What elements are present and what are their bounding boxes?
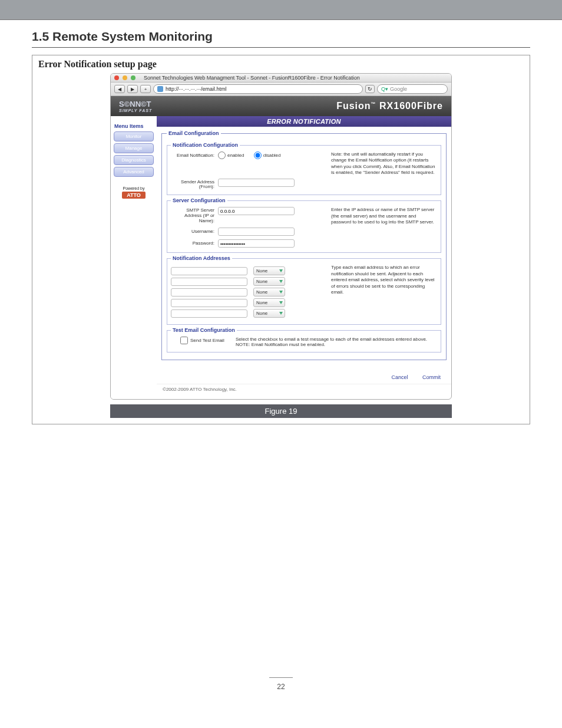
label-username: Username: <box>171 228 218 234</box>
add-tab-button[interactable]: + <box>140 85 151 93</box>
site-favicon-icon <box>157 86 163 92</box>
severity-select-5[interactable]: None <box>253 309 285 318</box>
email-config-legend: Email Configuration <box>167 130 221 136</box>
powered-by: Powered by ATTO <box>113 186 154 199</box>
send-test-email-label: Send Test Email <box>190 338 224 343</box>
atto-badge: ATTO <box>122 192 146 199</box>
figure-frame: Error Notification setup page Sonnet Tec… <box>32 55 530 424</box>
severity-select-3[interactable]: None <box>253 288 285 297</box>
notif-email-input-5[interactable] <box>171 309 247 318</box>
severity-select-1[interactable]: None <box>253 266 285 275</box>
reload-button[interactable]: ↻ <box>365 85 375 93</box>
browser-toolbar: ◀ ▶ + http://···.···.···.···/email.html … <box>111 83 451 96</box>
window-titlebar: Sonnet Technologies Web Managment Tool -… <box>111 74 451 83</box>
severity-select-4[interactable]: None <box>253 298 285 307</box>
content-area: ERROR NOTIFICATION Email Configuration N… <box>157 116 451 399</box>
notif-email-input-4[interactable] <box>171 299 247 307</box>
label-sender-address: Sender Address (From): <box>171 179 218 190</box>
test-email-group: Test Email Configuration Send Test Email… <box>167 327 441 353</box>
severity-select-2[interactable]: None <box>253 277 285 286</box>
notif-email-input-3[interactable] <box>171 288 247 297</box>
section-heading: 1.5 Remote System Monitoring <box>32 29 562 44</box>
figure-caption: Error Notification setup page <box>38 59 524 70</box>
address-url: http://···.···.···.···/email.html <box>166 86 227 92</box>
notif-addr-legend: Notification Addresses <box>171 255 232 261</box>
test-email-hint: Select the checkbox to email a test mess… <box>236 337 437 347</box>
zoom-icon[interactable] <box>131 75 135 80</box>
sidebar-item-diagnostics[interactable]: Diagnostics <box>114 155 154 165</box>
email-configuration-group: Email Configuration Notification Configu… <box>161 130 447 360</box>
notif-config-legend: Notification Configuration <box>171 142 240 148</box>
notification-addresses-group: Notification Addresses None None None No… <box>167 255 441 325</box>
smtp-address-input[interactable] <box>218 207 295 215</box>
sender-address-input[interactable] <box>218 179 295 187</box>
radio-enabled-label: enabled <box>227 153 244 158</box>
minimize-icon[interactable] <box>123 75 127 80</box>
server-config-hint: Enter the IP address or name of the SMTP… <box>331 207 437 225</box>
figure-label: Figure 19 <box>110 404 452 418</box>
page-footer: 22 <box>0 672 562 691</box>
close-icon[interactable] <box>114 75 119 80</box>
server-configuration-group: Server Configuration SMTP Server Address… <box>167 197 441 253</box>
sidebar-item-advanced[interactable]: Advanced <box>114 167 154 177</box>
username-input[interactable] <box>218 228 295 236</box>
brand-logo: S©NN©T <box>119 100 152 108</box>
sidebar-item-monitor[interactable]: Monitor <box>114 131 154 141</box>
brand-tagline: SIMPLY FAST <box>119 108 152 113</box>
window-title: Sonnet Technologies Web Managment Tool -… <box>144 75 360 81</box>
heading-rule <box>32 47 530 48</box>
sidebar-item-manage[interactable]: Manage <box>114 143 154 153</box>
label-password: Password: <box>171 239 218 246</box>
notif-config-hint: Note: the unit will automatically restar… <box>331 151 437 176</box>
address-bar[interactable]: http://···.···.···.···/email.html <box>153 84 363 94</box>
server-config-legend: Server Configuration <box>171 197 227 203</box>
search-placeholder: Google <box>390 86 407 92</box>
forward-button[interactable]: ▶ <box>127 85 138 93</box>
radio-disabled-label: disabled <box>263 153 281 158</box>
cancel-button[interactable]: Cancel <box>391 374 408 380</box>
product-name: Fusion™ RX1600Fibre <box>336 101 443 111</box>
page-number: 22 <box>0 683 562 691</box>
label-smtp-address: SMTP Server Address (IP or Name): <box>171 207 218 223</box>
send-test-email-checkbox[interactable]: Send Test Email <box>180 337 224 344</box>
label-email-notification: Email Notification: <box>171 151 218 158</box>
test-email-legend: Test Email Configuration <box>171 327 237 333</box>
doc-topbar <box>0 0 562 20</box>
commit-button[interactable]: Commit <box>422 374 441 380</box>
search-input[interactable]: Q▾ Google <box>377 84 448 94</box>
radio-disabled[interactable]: disabled <box>254 151 281 159</box>
password-input[interactable] <box>218 239 295 248</box>
notif-addr-hint: Type each email address to which an erro… <box>331 265 437 295</box>
magnifier-icon: Q▾ <box>381 86 388 92</box>
powered-by-label: Powered by <box>113 186 154 190</box>
notification-configuration-group: Notification Configuration Email Notific… <box>167 142 441 195</box>
product-banner: S©NN©T SIMPLY FAST Fusion™ RX1600Fibre <box>111 96 451 116</box>
page-title: ERROR NOTIFICATION <box>157 116 451 127</box>
notif-email-input-2[interactable] <box>171 278 247 286</box>
sidebar: Menu Items Monitor Manage Diagnostics Ad… <box>111 116 157 399</box>
radio-enabled[interactable]: enabled <box>218 151 244 159</box>
notif-email-input-1[interactable] <box>171 267 247 275</box>
sidebar-header: Menu Items <box>114 123 154 129</box>
back-button[interactable]: ◀ <box>114 85 125 93</box>
browser-window: Sonnet Technologies Web Managment Tool -… <box>110 73 452 400</box>
copyright: ©2002-2009 ATTO Technology, Inc. <box>157 384 451 394</box>
action-buttons: Cancel Commit <box>157 364 451 384</box>
